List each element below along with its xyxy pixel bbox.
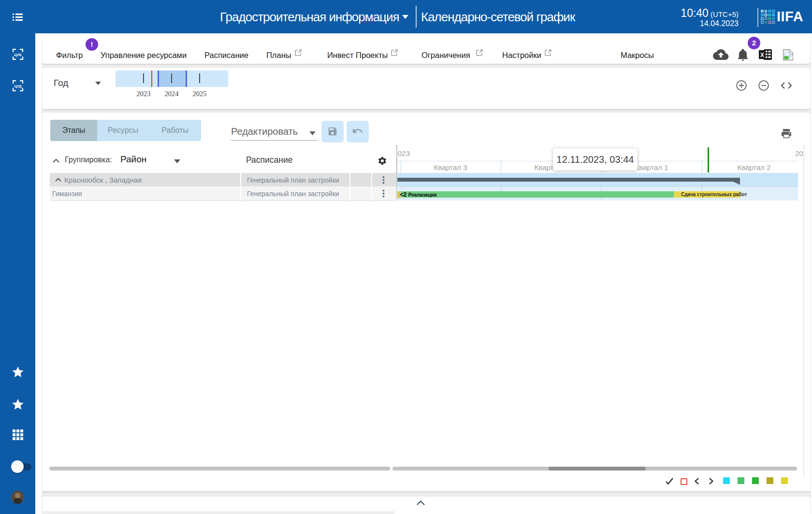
svg-text:ЦУД: ЦУД xyxy=(14,84,22,88)
svg-text:X: X xyxy=(760,52,764,58)
svg-text:ЦУБ: ЦУБ xyxy=(14,53,22,57)
